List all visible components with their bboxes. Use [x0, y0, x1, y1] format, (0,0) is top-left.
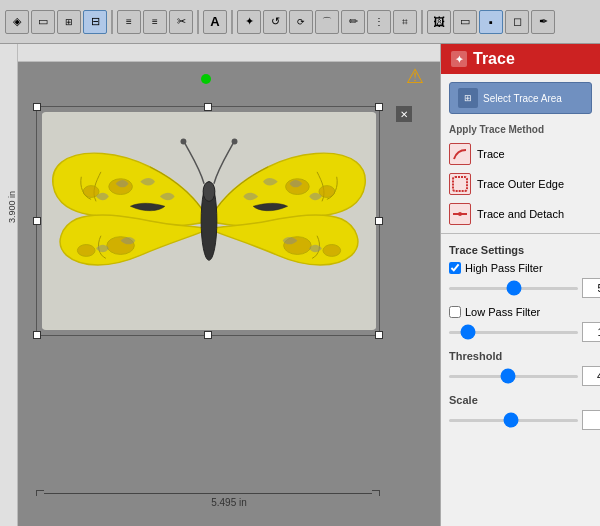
- low-pass-checkbox[interactable]: [449, 306, 461, 318]
- threshold-slider-row: ▲ ▼: [449, 366, 592, 386]
- nodes-btn[interactable]: ⌗: [393, 10, 417, 34]
- image-btn[interactable]: 🖼: [427, 10, 451, 34]
- scale-slider[interactable]: [449, 419, 578, 422]
- trace-method-outer[interactable]: Trace Outer Edge: [441, 169, 600, 199]
- handle-br[interactable]: [375, 331, 383, 339]
- select-trace-icon: ⊞: [458, 88, 478, 108]
- handle-bm[interactable]: [204, 331, 212, 339]
- sep2: [197, 10, 199, 34]
- trace-method-detach[interactable]: Trace and Detach: [441, 199, 600, 229]
- trace-method-outer-label: Trace Outer Edge: [477, 178, 564, 190]
- handle-mr[interactable]: [375, 217, 383, 225]
- path-btn[interactable]: ⌒: [315, 10, 339, 34]
- high-pass-label: High Pass Filter: [465, 262, 543, 274]
- selection-box: [36, 106, 380, 336]
- sep3: [231, 10, 233, 34]
- trace-method-detach-label: Trace and Detach: [477, 208, 564, 220]
- settings-section: Trace Settings High Pass Filter ▲ ▼ Low …: [441, 238, 600, 444]
- select-tool-btn[interactable]: ◈: [5, 10, 29, 34]
- divider-1: [441, 233, 600, 234]
- trace-outer-icon: [449, 173, 471, 195]
- dim-line-h: [44, 493, 372, 494]
- apply-trace-label: Apply Trace Method: [441, 122, 600, 139]
- threshold-label: Threshold: [449, 350, 502, 362]
- dim-label-vertical: 3.900 in: [7, 177, 17, 237]
- select-trace-label: Select Trace Area: [483, 93, 562, 104]
- dim-label-h: 5.495 in: [211, 497, 247, 508]
- handle-tr[interactable]: [375, 103, 383, 111]
- sep1: [111, 10, 113, 34]
- sep4: [421, 10, 423, 34]
- ruler-left: 3.900 in: [0, 44, 18, 526]
- ruler-top: [18, 44, 440, 62]
- trace-method-trace-label: Trace: [477, 148, 505, 160]
- rect-btn[interactable]: ▭: [453, 10, 477, 34]
- low-pass-label: Low Pass Filter: [465, 306, 540, 318]
- svg-rect-13: [453, 177, 467, 191]
- handle-tm[interactable]: [204, 103, 212, 111]
- high-pass-filter-row: High Pass Filter: [449, 262, 592, 274]
- handle-bl[interactable]: [33, 331, 41, 339]
- panel-title: Trace: [473, 50, 515, 68]
- pen-btn[interactable]: ✒: [531, 10, 555, 34]
- rect2-btn[interactable]: ▪: [479, 10, 503, 34]
- high-pass-checkbox[interactable]: [449, 262, 461, 274]
- ellipse-btn[interactable]: ◻: [505, 10, 529, 34]
- rect-select-btn[interactable]: ▭: [31, 10, 55, 34]
- threshold-value[interactable]: [582, 366, 600, 386]
- threshold-slider[interactable]: [449, 375, 578, 378]
- high-pass-value[interactable]: [582, 278, 600, 298]
- trace-detach-icon: [449, 203, 471, 225]
- low-pass-value[interactable]: [582, 322, 600, 342]
- pencil-btn[interactable]: ✏: [341, 10, 365, 34]
- low-pass-filter-row: Low Pass Filter: [449, 306, 592, 318]
- main-area: 3.900 in ⚠: [0, 44, 600, 526]
- trace-method-trace[interactable]: Trace: [441, 139, 600, 169]
- canvas-area[interactable]: ✕ 5.495 in: [18, 62, 440, 526]
- canvas-wrapper: ⚠: [18, 44, 440, 526]
- panel-header: ✦ Trace: [441, 44, 600, 74]
- lines-btn[interactable]: ≡: [117, 10, 141, 34]
- scissors-btn[interactable]: ✂: [169, 10, 193, 34]
- low-pass-slider-row: ▲ ▼: [449, 322, 592, 342]
- panel-header-icon: ✦: [451, 51, 467, 67]
- trace-icon: [449, 143, 471, 165]
- dim-arrow-right: [372, 490, 380, 496]
- scale-label: Scale: [449, 394, 478, 406]
- handle-ml[interactable]: [33, 217, 41, 225]
- settings-title: Trace Settings: [449, 244, 592, 256]
- star-btn[interactable]: ✦: [237, 10, 261, 34]
- lasso2-btn[interactable]: ⊟: [83, 10, 107, 34]
- text-btn[interactable]: A: [203, 10, 227, 34]
- lasso-btn[interactable]: ⊞: [57, 10, 81, 34]
- scale-value[interactable]: [582, 410, 600, 430]
- close-image-btn[interactable]: ✕: [396, 106, 412, 122]
- high-pass-slider[interactable]: [449, 287, 578, 290]
- dim-arrow-left: [36, 490, 44, 496]
- dim-horizontal: [36, 490, 380, 496]
- registration-dot: [201, 74, 211, 84]
- select-trace-area-btn[interactable]: ⊞ Select Trace Area: [449, 82, 592, 114]
- vlines-btn[interactable]: ⋮: [367, 10, 391, 34]
- toolbar: ◈ ▭ ⊞ ⊟ ≡ ≡ ✂ A ✦ ↺ ⟳ ⌒ ✏ ⋮ ⌗ 🖼 ▭ ▪ ◻ ✒: [0, 0, 600, 44]
- scale-slider-row: ▲ ▼: [449, 410, 592, 430]
- handle-tl[interactable]: [33, 103, 41, 111]
- rotate-btn[interactable]: ↺: [263, 10, 287, 34]
- transform-btn[interactable]: ⟳: [289, 10, 313, 34]
- low-pass-slider[interactable]: [449, 331, 578, 334]
- svg-point-14: [458, 212, 462, 216]
- right-panel: ✦ Trace ⊞ Select Trace Area Apply Trace …: [440, 44, 600, 526]
- scale-row: Scale: [449, 394, 592, 406]
- high-pass-slider-row: ▲ ▼: [449, 278, 592, 298]
- warning-icon: ⚠: [406, 64, 424, 88]
- threshold-row: Threshold: [449, 350, 592, 362]
- dash-btn[interactable]: ≡: [143, 10, 167, 34]
